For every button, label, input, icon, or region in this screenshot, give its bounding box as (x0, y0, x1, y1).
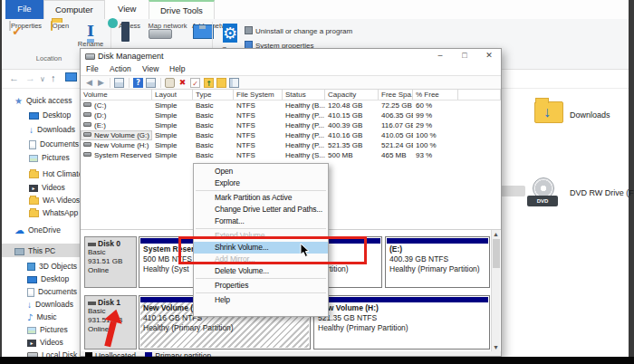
tab-view[interactable]: View (107, 0, 147, 19)
scroll-up-icon[interactable]: ▲ (492, 230, 500, 238)
delete-icon[interactable]: ✖ (178, 78, 187, 88)
volume-row-system-reserved[interactable]: System Reserved SimpleBasicNTFS Healthy … (81, 150, 501, 160)
column-percent-free[interactable]: % Free (413, 90, 458, 100)
split-panes-icon[interactable] (229, 78, 239, 88)
column-free-space[interactable]: Free Spa... (379, 90, 413, 100)
menu-item-properties[interactable]: Properties (194, 280, 328, 292)
window-title: Disk Management (98, 49, 164, 63)
dvd-drive-icon[interactable]: DVD (527, 177, 565, 206)
column-file-system[interactable]: File System (234, 90, 283, 100)
volume-row-g[interactable]: New Volume (G:) SimpleBasicNTFS Healthy … (81, 130, 501, 140)
sidebar-item-desktop[interactable]: Desktop (29, 109, 82, 121)
sidebar-item-pc-desktop[interactable]: Desktop (27, 273, 82, 285)
nav-back-icon[interactable]: ← (9, 72, 19, 83)
partition-e[interactable]: (E:) 400.39 GB NTFS Healthy (Primary Par… (385, 236, 490, 288)
menu-item-format[interactable]: Format... (194, 216, 328, 227)
access-media-button[interactable]: Access (114, 22, 145, 30)
folder-edit-icon[interactable] (216, 78, 226, 88)
volume-icon (83, 142, 91, 147)
sidebar-item-documents[interactable]: Documents (29, 138, 82, 150)
download-arrow-icon: ↓ (27, 299, 32, 311)
sidebar-item-pc-downloads[interactable]: ↓Downloads (27, 298, 82, 311)
sidebar-item-onedrive[interactable]: ☁OneDrive (14, 224, 82, 236)
column-capacity[interactable]: Capacity (325, 90, 379, 100)
downloads-folder-icon[interactable]: ↓ (534, 101, 563, 123)
pictures-label: Pictures (42, 153, 70, 162)
disk-0-panel[interactable]: Disk 0 Basic 931.51 GB Online (84, 236, 137, 288)
sidebar-item-hot-climates[interactable]: Hot Climates (29, 168, 82, 180)
dvd-tile-label[interactable]: DVD RW Drive (F:) (570, 188, 634, 197)
menu-item-open[interactable]: Open (194, 166, 328, 177)
mouse-cursor (300, 243, 311, 258)
partition-h[interactable]: New Volume (H:) 521.35 GB NTFS Healthy (… (313, 295, 490, 350)
tab-computer[interactable]: Computer (43, 0, 105, 19)
tooltip-icon[interactable] (165, 78, 175, 88)
open-button[interactable]: Open (45, 22, 74, 30)
back-icon[interactable]: ◀ (84, 78, 94, 88)
menu-item-help[interactable]: Help (194, 294, 328, 306)
column-layout[interactable]: Layout (152, 90, 193, 100)
sidebar-item-wa-videos[interactable]: WA Videos (29, 194, 82, 206)
forward-icon[interactable]: ▶ (96, 78, 106, 88)
column-volume[interactable]: Volume (81, 90, 152, 100)
uninstall-program-button[interactable]: Uninstall or change a program (245, 26, 352, 37)
graphical-view-icon[interactable] (146, 78, 156, 88)
sidebar-item-pc-pictures[interactable]: Pictures (27, 323, 82, 336)
sidebar-item-whatsapp-images[interactable]: WhatsApp Imag (29, 206, 82, 219)
volume-row-c[interactable]: (C:) SimpleBasicNTFS Healthy (B...120.48… (81, 101, 501, 110)
menu-file[interactable]: File (86, 64, 99, 73)
sidebar-item-pc-videos[interactable]: ▸Videos (27, 336, 82, 349)
download-arrow-icon: ↓ (543, 104, 551, 120)
menu-action[interactable]: Action (110, 64, 131, 73)
check-document-icon[interactable]: ✓ (190, 78, 200, 88)
maximize-button[interactable]: □ (453, 49, 476, 63)
disk-icon (88, 243, 96, 246)
map-network-button[interactable]: Map network (147, 22, 188, 30)
menu-item-change-drive-letter[interactable]: Change Drive Letter and Paths... (194, 204, 328, 216)
sidebar-item-quick-access[interactable]: ★Quick access (14, 94, 82, 107)
help-icon[interactable]: ? (133, 78, 143, 88)
volume-icon (83, 122, 91, 127)
nav-up-icon[interactable]: ↑ (51, 72, 56, 83)
sidebar-item-3d-objects[interactable]: 3D Objects (27, 260, 82, 273)
sidebar-item-music[interactable]: ♪Music (27, 311, 82, 323)
rename-button[interactable]: I Rename (74, 22, 107, 48)
close-button[interactable]: ✕ (477, 49, 501, 63)
column-type[interactable]: Type (193, 90, 234, 100)
disk-icon (88, 302, 96, 305)
download-arrow-icon: ↓ (29, 124, 34, 137)
volume-row-h[interactable]: New Volume (H:) SimpleBasicNTFS Healthy … (81, 140, 501, 150)
graph-scrollbar[interactable]: ▲ ▼ (491, 230, 500, 351)
menu-item-delete-volume[interactable]: Delete Volume... (194, 265, 328, 277)
menu-help[interactable]: Help (169, 64, 185, 73)
tab-file[interactable]: File (5, 0, 43, 19)
scrollbar-thumb[interactable] (493, 239, 500, 268)
menu-item-explore[interactable]: Explore (194, 177, 328, 189)
folder-up-icon[interactable]: ↑ (204, 78, 214, 88)
downloads-tile-label[interactable]: Downloads (570, 110, 610, 120)
scroll-down-icon[interactable]: ▼ (492, 343, 500, 351)
minimize-button[interactable]: – (428, 49, 452, 63)
volume-row-d[interactable]: (D:) SimpleBasicNTFS Healthy (P...410.15… (81, 110, 501, 120)
sidebar-item-videos[interactable]: ▸Videos (29, 181, 82, 194)
nav-history-chevron-icon[interactable]: ∨ (40, 75, 45, 83)
sidebar-item-downloads[interactable]: ↓Downloads (29, 123, 82, 136)
sidebar-item-pc-documents[interactable]: Documents (27, 285, 82, 298)
column-status[interactable]: Status (283, 90, 325, 100)
tab-drive-tools[interactable]: Drive Tools (149, 0, 215, 19)
document-icon (29, 140, 36, 149)
volume-icon (83, 132, 91, 137)
nav-forward-icon[interactable]: → (25, 72, 35, 83)
menu-separator (196, 278, 326, 279)
volume-list-header[interactable]: Volume Layout Type File System Status Ca… (81, 90, 501, 101)
properties-button[interactable]: ✓ Properties (7, 22, 43, 30)
volume-row-e[interactable]: (E:) SimpleBasicNTFS Healthy (P...400.39… (81, 120, 501, 130)
disk-management-titlebar[interactable]: Disk Management – □ ✕ (81, 49, 501, 63)
menu-view[interactable]: View (142, 64, 158, 73)
sidebar-item-local-disk-c[interactable]: Local Disk (C:) (27, 349, 82, 357)
menu-item-mark-partition-active[interactable]: Mark Partition as Active (194, 192, 328, 204)
sidebar-item-pictures[interactable]: Pictures (29, 151, 82, 164)
toolbar-separator (129, 78, 130, 88)
sidebar-item-this-pc[interactable]: This PC (14, 244, 82, 257)
disk-list-view-icon[interactable] (114, 78, 124, 88)
